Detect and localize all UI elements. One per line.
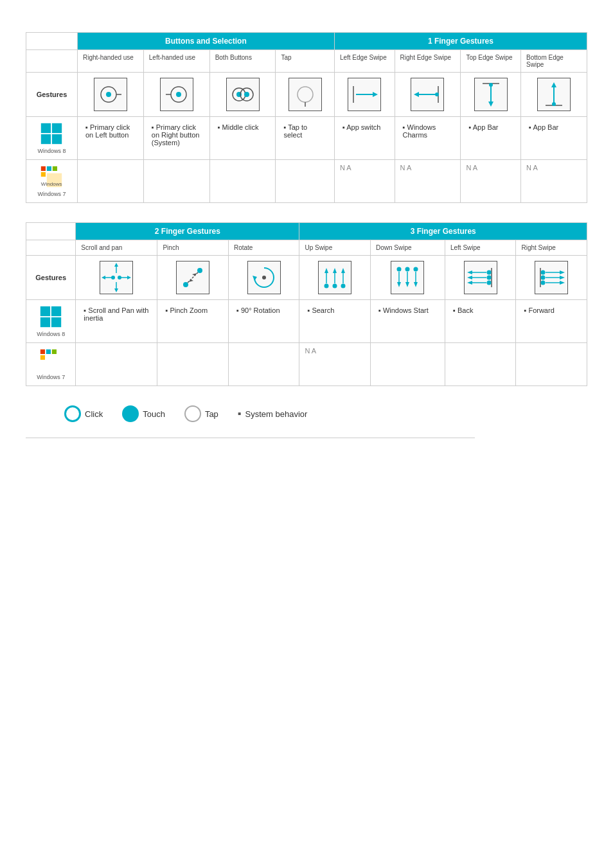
svg-point-63 xyxy=(397,267,402,272)
svg-marker-51 xyxy=(192,273,197,276)
icon-both-buttons xyxy=(209,73,276,117)
system-label: System behavior xyxy=(245,409,308,419)
win7-bottom-edge-na: N A xyxy=(521,160,587,203)
svg-point-75 xyxy=(486,281,491,285)
col-right-edge: Right Edge Swipe xyxy=(395,50,461,73)
win7-left-handed-empty xyxy=(143,160,209,203)
win8-label-1: Windows 8 xyxy=(31,148,72,154)
t2-col-right-swipe: Right Swipe xyxy=(516,240,587,256)
icon-left-handed xyxy=(143,73,209,117)
svg-marker-58 xyxy=(324,268,328,273)
svg-rect-27 xyxy=(41,123,51,133)
touch-label: Touch xyxy=(143,409,165,419)
col-top-edge: Top Edge Swipe xyxy=(461,50,521,73)
legend-click: Click xyxy=(64,405,103,422)
svg-rect-30 xyxy=(52,134,62,144)
win7-left-edge-na: N A xyxy=(334,160,395,203)
legend: Click Touch Tap ▪ System behavior xyxy=(64,405,587,422)
svg-rect-99 xyxy=(40,355,45,360)
gestures-label-1: Gestures xyxy=(26,73,78,117)
icon-right-swipe xyxy=(516,256,587,300)
legend-tap: Tap xyxy=(184,405,218,422)
gestures-label-2: Gestures xyxy=(26,256,76,300)
table2-section: 2 Finger Gestures 3 Finger Gestures Scro… xyxy=(26,222,587,386)
svg-marker-81 xyxy=(467,281,472,285)
table1-header-right: 1 Finger Gestures xyxy=(334,33,587,50)
divider xyxy=(26,438,475,438)
svg-marker-91 xyxy=(560,281,565,285)
svg-point-5 xyxy=(176,92,181,97)
svg-point-1 xyxy=(106,92,111,97)
svg-marker-42 xyxy=(102,276,105,279)
icon-top-edge-swipe xyxy=(461,73,521,117)
tap-icon xyxy=(184,405,201,422)
click-label: Click xyxy=(85,409,103,419)
tap-label: Tap xyxy=(205,409,218,419)
svg-text:Windows: Windows xyxy=(41,181,62,187)
svg-point-10 xyxy=(298,87,313,102)
col-both-buttons: Both Buttons xyxy=(209,50,276,73)
win8-top-edge-desc: App Bar xyxy=(461,117,521,160)
svg-point-22 xyxy=(489,83,493,87)
svg-marker-17 xyxy=(414,92,419,97)
win8-label-2: Windows 8 xyxy=(31,331,70,337)
svg-marker-25 xyxy=(551,82,556,87)
svg-rect-97 xyxy=(46,350,51,354)
win7-right-handed-empty xyxy=(77,160,143,203)
svg-point-54 xyxy=(324,284,329,288)
t2-col-up-swipe: Up Swipe xyxy=(299,240,371,256)
icon-right-edge-swipe xyxy=(395,73,461,117)
svg-rect-29 xyxy=(41,134,51,144)
t2-col-down-swipe: Down Swipe xyxy=(370,240,445,256)
svg-marker-69 xyxy=(405,282,409,287)
t2-win8-scroll: Scroll and Pan with inertia xyxy=(76,300,157,343)
svg-marker-60 xyxy=(333,268,337,273)
svg-point-85 xyxy=(541,281,546,285)
svg-point-18 xyxy=(435,93,439,96)
table2-header-right: 3 Finger Gestures xyxy=(299,223,587,240)
t2-win8-down-swipe: Windows Start xyxy=(370,300,445,343)
svg-marker-50 xyxy=(188,279,193,282)
svg-point-56 xyxy=(341,284,346,288)
svg-point-65 xyxy=(414,267,418,272)
win7-logo-cell-1: Windows Windows 7 xyxy=(26,160,78,203)
col-left-edge: Left Edge Swipe xyxy=(334,50,395,73)
t2-col-scroll: Scroll and pan xyxy=(76,240,157,256)
win7-tap-empty xyxy=(276,160,334,203)
col-left-handed: Left-handed use xyxy=(143,50,209,73)
t2-win8-right-swipe: Forward xyxy=(516,300,587,343)
svg-point-53 xyxy=(262,276,266,279)
win7-both-empty xyxy=(209,160,276,203)
svg-marker-44 xyxy=(127,276,131,279)
table1: Buttons and Selection 1 Finger Gestures … xyxy=(26,32,587,203)
svg-point-26 xyxy=(552,102,556,106)
t2-col-left-swipe: Left Swipe xyxy=(445,240,516,256)
win8-right-edge-desc: Windows Charms xyxy=(395,117,461,160)
svg-marker-89 xyxy=(560,276,565,279)
icon-bottom-edge-swipe xyxy=(521,73,587,117)
t2-win7-scroll-empty xyxy=(76,343,157,386)
svg-rect-93 xyxy=(51,306,61,316)
svg-marker-14 xyxy=(373,92,378,97)
col-bottom-edge: Bottom Edge Swipe xyxy=(521,50,587,73)
svg-marker-40 xyxy=(114,288,118,292)
t2-win7-left-empty xyxy=(445,343,516,386)
table2-header-left: 2 Finger Gestures xyxy=(76,223,299,240)
win8-logo-cell-1: Windows 8 xyxy=(26,117,78,160)
svg-rect-95 xyxy=(51,317,61,327)
t2-win8-pinch: Pinch Zoom xyxy=(157,300,229,343)
icon-rotate xyxy=(228,256,299,300)
svg-point-64 xyxy=(405,267,410,272)
svg-marker-71 xyxy=(414,282,418,287)
svg-point-74 xyxy=(486,276,491,280)
t2-win8-left-swipe: Back xyxy=(445,300,516,343)
win7-top-edge-na: N A xyxy=(461,160,521,203)
icon-scroll-pan xyxy=(76,256,157,300)
svg-rect-34 xyxy=(41,172,46,177)
touch-icon xyxy=(122,405,139,422)
win8-bottom-edge-desc: App Bar xyxy=(521,117,587,160)
icon-left-swipe xyxy=(445,256,516,300)
svg-point-48 xyxy=(197,268,202,273)
t2-win7-pinch-empty xyxy=(157,343,229,386)
icon-left-edge-swipe xyxy=(334,73,395,117)
